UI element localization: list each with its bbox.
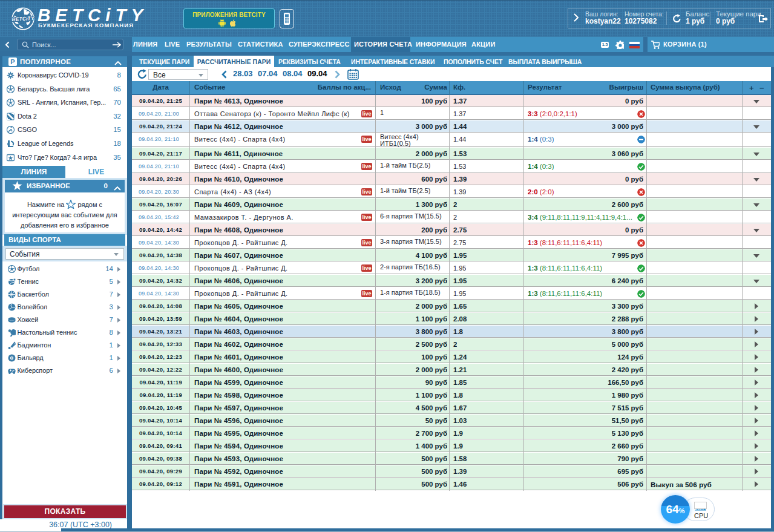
svg-text:BETCITY: BETCITY <box>11 15 34 22</box>
